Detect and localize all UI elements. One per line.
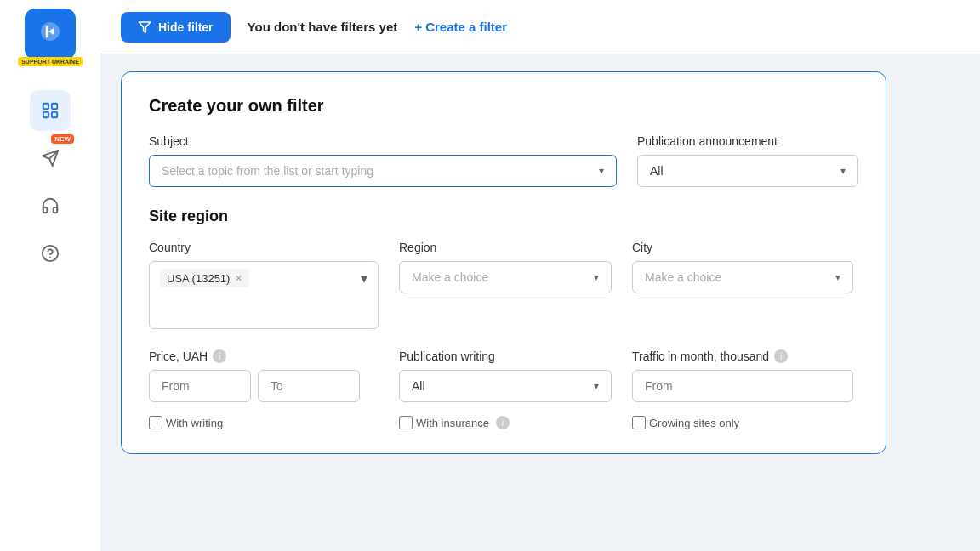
country-tag-value: USA (13251): [167, 272, 230, 285]
region-label: Region: [399, 241, 612, 254]
no-filters-text: You don't have filters yet: [248, 20, 398, 34]
filter-card: Create your own filter Subject Select a …: [121, 71, 886, 454]
price-label: Price, UAH: [149, 349, 208, 363]
svg-rect-1: [52, 104, 57, 109]
region-group: Region Make a choice ▾: [399, 241, 612, 329]
subject-label: Subject: [149, 134, 617, 148]
region-select[interactable]: Make a choice ▾: [399, 261, 612, 293]
chevron-down-icon: ▾: [599, 165, 604, 177]
country-label: Country: [149, 241, 379, 254]
with-writing-label: With writing: [166, 417, 223, 429]
growing-sites-checkbox[interactable]: [632, 416, 646, 429]
hide-filter-button[interactable]: Hide filter: [121, 12, 231, 43]
chevron-down-icon: ▾: [594, 380, 599, 392]
publication-label: Publication announcement: [637, 134, 858, 148]
svg-rect-2: [52, 112, 57, 117]
filter-icon: [138, 20, 151, 34]
sidebar-nav: NEW: [0, 90, 100, 274]
subject-group: Subject Select a topic from the list or …: [149, 134, 617, 187]
logo: SUPPORT UKRAINE: [25, 9, 76, 60]
traffic-label-row: Traffic in month, thousand i: [632, 349, 853, 363]
topbar: Hide filter You don't have filters yet +…: [100, 0, 980, 54]
pub-writing-value: All: [412, 379, 425, 393]
sidebar-item-support[interactable]: [30, 185, 71, 226]
new-badge: NEW: [51, 134, 74, 144]
pub-writing-group: Publication writing All ▾ With insurance…: [399, 349, 612, 429]
support-badge: SUPPORT UKRAINE: [18, 57, 83, 66]
sidebar-item-help[interactable]: [30, 233, 71, 274]
price-to-input[interactable]: [258, 370, 360, 402]
traffic-info-icon[interactable]: i: [774, 349, 788, 363]
traffic-group: Traffic in month, thousand i Growing sit…: [632, 349, 853, 429]
price-label-row: Price, UAH i: [149, 349, 379, 363]
city-label: City: [632, 241, 853, 254]
pub-writing-select[interactable]: All ▾: [399, 370, 612, 402]
site-region-row: Country USA (13251) × ▾ Region Make a ch…: [149, 241, 858, 329]
country-tag-input[interactable]: USA (13251) × ▾: [149, 261, 379, 329]
content: Create your own filter Subject Select a …: [100, 54, 980, 551]
insurance-info-icon[interactable]: i: [496, 416, 510, 429]
price-range-inputs: [149, 370, 379, 402]
create-filter-link[interactable]: + Create a filter: [414, 20, 507, 34]
with-insurance-label: With insurance: [416, 417, 489, 429]
publication-value: All: [650, 164, 664, 178]
price-row: Price, UAH i With writing Publication wr…: [149, 349, 858, 429]
subject-placeholder: Select a topic from the list or start ty…: [162, 164, 373, 178]
subject-select[interactable]: Select a topic from the list or start ty…: [149, 155, 617, 187]
chevron-down-icon: ▾: [835, 271, 840, 283]
sidebar-item-documents[interactable]: [30, 90, 71, 131]
hide-filter-label: Hide filter: [158, 20, 214, 34]
svg-rect-0: [43, 104, 48, 109]
insurance-checkbox-row: With insurance i: [399, 416, 612, 429]
filter-title: Create your own filter: [149, 96, 858, 116]
sidebar: SUPPORT UKRAINE NEW: [0, 0, 100, 551]
sidebar-item-send[interactable]: NEW: [30, 138, 71, 179]
city-group: City Make a choice ▾: [632, 241, 853, 329]
logo-icon: [38, 20, 62, 48]
traffic-from-input[interactable]: [632, 370, 853, 402]
with-insurance-checkbox[interactable]: [399, 416, 413, 429]
price-info-icon[interactable]: i: [213, 349, 226, 363]
city-placeholder: Make a choice: [645, 270, 721, 284]
with-writing-checkbox[interactable]: [149, 416, 162, 429]
traffic-label: Traffic in month, thousand: [632, 349, 769, 363]
region-placeholder: Make a choice: [412, 270, 488, 284]
publication-group: Publication announcement All ▾: [637, 134, 858, 187]
price-from-input[interactable]: [149, 370, 251, 402]
price-checkbox-row: With writing: [149, 416, 379, 429]
subject-row: Subject Select a topic from the list or …: [149, 134, 858, 187]
country-group: Country USA (13251) × ▾: [149, 241, 379, 329]
publication-select[interactable]: All ▾: [637, 155, 858, 187]
site-region-title: Site region: [149, 207, 858, 225]
country-chevron-icon: ▾: [361, 270, 368, 287]
city-select[interactable]: Make a choice ▾: [632, 261, 853, 293]
chevron-down-icon: ▾: [840, 165, 846, 177]
svg-marker-8: [139, 22, 150, 32]
remove-tag-icon[interactable]: ×: [235, 271, 242, 285]
growing-sites-label: Growing sites only: [649, 417, 739, 429]
main: Hide filter You don't have filters yet +…: [100, 0, 980, 551]
country-tag: USA (13251) ×: [160, 269, 249, 287]
chevron-down-icon: ▾: [594, 271, 599, 283]
svg-rect-3: [43, 112, 48, 117]
price-group: Price, UAH i With writing: [149, 349, 379, 429]
pub-writing-label: Publication writing: [399, 349, 612, 363]
growing-checkbox-row: Growing sites only: [632, 416, 853, 429]
